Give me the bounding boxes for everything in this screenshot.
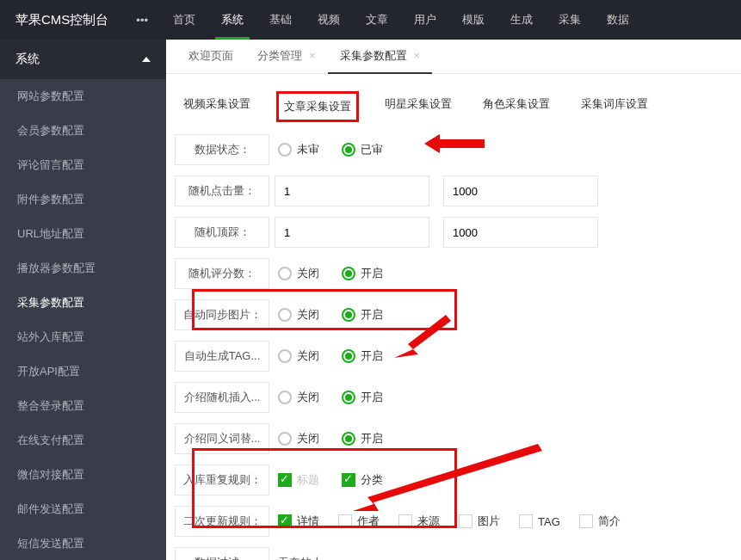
- label-update-rule: 二次更新规则：: [175, 506, 269, 537]
- label-rand-hits: 随机点击量：: [175, 175, 269, 206]
- label-rand-updown: 随机顶踩：: [175, 217, 269, 248]
- subtab[interactable]: 文章采集设置: [276, 91, 359, 122]
- radio-sync-img-off[interactable]: 关闭: [278, 307, 319, 323]
- radio-rand-score-off[interactable]: 关闭: [278, 266, 319, 281]
- subtab[interactable]: 明星采集设置: [380, 91, 457, 122]
- sidebar-item[interactable]: 站外入库配置: [0, 320, 166, 354]
- label-sync-img: 自动同步图片：: [175, 299, 269, 330]
- topnav-item[interactable]: 生成: [497, 0, 546, 40]
- topnav-item[interactable]: 用户: [401, 0, 449, 40]
- sidebar-item[interactable]: 网站参数配置: [0, 79, 166, 114]
- radio-intro-rand-off[interactable]: 关闭: [278, 390, 319, 405]
- chk-upd-intro[interactable]: 简介: [579, 514, 621, 529]
- topnav-item[interactable]: 视频: [305, 0, 353, 40]
- sidebar-item[interactable]: 整合登录配置: [0, 389, 166, 423]
- input-rand-updown-min[interactable]: [275, 217, 429, 248]
- sidebar-item[interactable]: 会员参数配置: [0, 114, 166, 148]
- label-data-filter: 数据过滤：: [175, 547, 269, 560]
- input-rand-updown-max[interactable]: [443, 217, 598, 248]
- label-data-status: 数据状态：: [175, 134, 269, 165]
- radio-intro-syn-on[interactable]: 开启: [342, 431, 383, 446]
- label-dup-rule: 入库重复规则：: [175, 465, 269, 495]
- chk-upd-tag[interactable]: TAG: [519, 514, 560, 528]
- sidebar-item[interactable]: 播放器参数配置: [0, 251, 166, 286]
- topnav-item[interactable]: 模版: [449, 0, 497, 40]
- sidebar-item[interactable]: 邮件发送配置: [0, 492, 166, 526]
- topnav-item[interactable]: 基础: [256, 0, 305, 40]
- sidebar-item[interactable]: 附件参数配置: [0, 182, 166, 217]
- topnav-item[interactable]: 数据: [594, 0, 642, 40]
- sidebar-item[interactable]: 开放API配置: [0, 354, 166, 389]
- subtab[interactable]: 角色采集设置: [478, 91, 555, 122]
- radio-rand-score-on[interactable]: 开启: [342, 266, 383, 281]
- sidebar-item[interactable]: 采集参数配置: [0, 286, 166, 320]
- chk-upd-source[interactable]: 来源: [398, 514, 440, 529]
- label-rand-score: 随机评分数：: [175, 258, 269, 289]
- sidebar-item[interactable]: 在线支付配置: [0, 423, 166, 458]
- chk-upd-author[interactable]: 作者: [338, 514, 380, 529]
- chk-dup-category[interactable]: 分类: [342, 472, 383, 488]
- radio-data-status-on[interactable]: 已审: [342, 142, 383, 157]
- tab[interactable]: 采集参数配置×: [328, 40, 433, 74]
- label-intro-syn: 介绍同义词替...: [175, 423, 269, 454]
- topnav-item[interactable]: 系统: [208, 0, 256, 40]
- radio-sync-img-on[interactable]: 开启: [342, 307, 383, 323]
- input-rand-hits-max[interactable]: [443, 175, 598, 206]
- close-icon[interactable]: ×: [309, 49, 316, 62]
- sidebar-item[interactable]: 短信发送配置: [0, 526, 166, 560]
- input-rand-hits-min[interactable]: [275, 175, 429, 206]
- sidebar-item[interactable]: URL地址配置: [0, 217, 166, 251]
- radio-intro-syn-off[interactable]: 关闭: [278, 431, 319, 446]
- topnav-item[interactable]: 首页: [160, 0, 208, 40]
- sidebar-item[interactable]: 评论留言配置: [0, 148, 166, 182]
- chk-upd-detail[interactable]: 详情: [278, 514, 319, 529]
- radio-intro-rand-on[interactable]: 开启: [342, 390, 383, 405]
- sidebar-item[interactable]: 微信对接配置: [0, 458, 166, 492]
- topnav-item[interactable]: 采集: [546, 0, 594, 40]
- sidebar-heading[interactable]: 系统: [0, 40, 166, 79]
- topnav-item[interactable]: 文章: [353, 0, 401, 40]
- label-intro-rand: 介绍随机插入...: [175, 382, 269, 413]
- filter-value: 无奈的人: [278, 555, 323, 560]
- more-icon[interactable]: •••: [124, 14, 160, 27]
- tab[interactable]: 欢迎页面: [176, 40, 245, 74]
- radio-data-status-off[interactable]: 未审: [278, 142, 319, 157]
- tab[interactable]: 分类管理×: [245, 40, 328, 74]
- label-auto-tag: 自动生成TAG...: [175, 341, 269, 372]
- brand-title: 苹果CMS控制台: [0, 12, 124, 28]
- sidebar-title: 系统: [15, 52, 40, 67]
- close-icon[interactable]: ×: [414, 49, 421, 62]
- chk-upd-image[interactable]: 图片: [459, 514, 500, 529]
- subtab[interactable]: 视频采集设置: [178, 91, 256, 122]
- radio-auto-tag-on[interactable]: 开启: [342, 348, 383, 364]
- chk-dup-title[interactable]: 标题: [278, 472, 319, 488]
- chevron-up-icon: [142, 57, 151, 62]
- radio-auto-tag-off[interactable]: 关闭: [278, 348, 319, 364]
- subtab[interactable]: 采集词库设置: [576, 91, 653, 122]
